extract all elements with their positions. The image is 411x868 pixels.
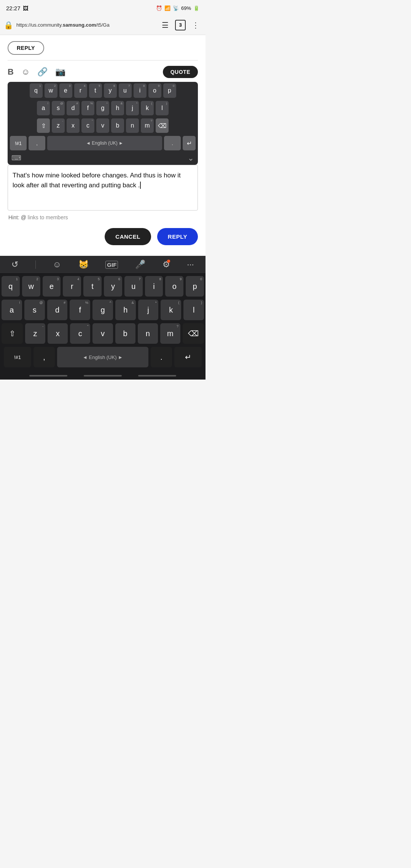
kb-key-v[interactable]: v <box>96 118 109 133</box>
kb-tool-gif[interactable]: GIF <box>105 261 118 269</box>
mkey-l[interactable]: )l <box>183 300 204 320</box>
kb-dot-key[interactable]: . <box>164 136 181 150</box>
divider <box>8 60 198 61</box>
nav-indicator <box>0 372 206 380</box>
kb-key-a[interactable]: !a <box>37 101 50 115</box>
kb-key-r[interactable]: 4r <box>74 83 87 98</box>
camera-icon[interactable]: 📷 <box>55 67 65 77</box>
kb-shift-key[interactable]: ⇧ <box>37 118 50 133</box>
mkey-j[interactable]: *j <box>138 300 159 320</box>
mkey-d[interactable]: #d <box>47 300 68 320</box>
url-prefix: https://us.community. <box>16 22 63 28</box>
mkey-f[interactable]: %f <box>70 300 90 320</box>
reply-top-button[interactable]: REPLY <box>8 41 44 55</box>
url-bar[interactable]: https://us.community.samsung.com/t5/Ga <box>16 22 156 28</box>
mkey-t[interactable]: 5t <box>83 276 102 297</box>
kb-tool-emoji[interactable]: ☺ <box>53 260 61 270</box>
kb-key-o[interactable]: 9o <box>148 83 161 98</box>
kb-tool-sticker[interactable]: 😸 <box>78 260 89 270</box>
text-editor[interactable]: That's how mine looked before changes. A… <box>8 165 198 211</box>
reply-action-button[interactable]: REPLY <box>157 228 198 245</box>
main-kb-row-2: !a @s #d %f ^g &h *j (k )l <box>2 300 204 320</box>
kb-key-t[interactable]: 5t <box>89 83 102 98</box>
kb-grid-icon[interactable]: ⌨ <box>11 154 21 162</box>
mkey-q[interactable]: 1q <box>2 276 20 297</box>
mkey-u[interactable]: 7u <box>124 276 143 297</box>
mkey-h[interactable]: &h <box>115 300 136 320</box>
mkey-x[interactable]: x <box>48 323 68 344</box>
kb-key-z[interactable]: -z <box>52 118 65 133</box>
mkey-dot[interactable]: . <box>151 347 172 367</box>
hint-text: links to members <box>28 214 68 220</box>
mkey-b[interactable]: b <box>115 323 135 344</box>
kb-key-g[interactable]: ^g <box>96 101 109 115</box>
mkey-c[interactable]: "c <box>70 323 90 344</box>
mkey-a[interactable]: !a <box>2 300 22 320</box>
link-icon[interactable]: 🔗 <box>37 67 48 77</box>
kb-tool-mic[interactable]: 🎤 <box>135 260 145 270</box>
mkey-y[interactable]: 6y <box>104 276 122 297</box>
kb-space-key[interactable]: ◄ English (UK) ► <box>47 136 162 150</box>
reader-icon[interactable]: ☰ <box>159 19 171 31</box>
kb-key-x[interactable]: x <box>67 118 80 133</box>
kb-special-key[interactable]: !#1 <box>10 136 27 150</box>
mkey-g[interactable]: ^g <box>92 300 113 320</box>
kb-key-e[interactable]: 3e <box>59 83 72 98</box>
kb-key-s[interactable]: @s <box>52 101 65 115</box>
kb-key-b[interactable]: b <box>111 118 124 133</box>
tab-count-badge[interactable]: 3 <box>175 20 186 30</box>
mkey-z[interactable]: -z <box>25 323 45 344</box>
mkey-k[interactable]: (k <box>161 300 181 320</box>
mkey-r[interactable]: 4r <box>63 276 81 297</box>
browser-bar: 🔒 https://us.community.samsung.com/t5/Ga… <box>0 15 206 35</box>
mkey-e[interactable]: 3e <box>43 276 61 297</box>
kb-key-c[interactable]: "c <box>81 118 94 133</box>
kb-key-j[interactable]: *j <box>126 101 139 115</box>
main-kb-row-4: !#1 , ◄ English (UK) ► . ↵ <box>2 347 204 367</box>
quote-button[interactable]: QUOTE <box>163 66 198 78</box>
kb-key-n[interactable]: n <box>126 118 139 133</box>
mkey-n[interactable]: n <box>138 323 158 344</box>
browser-icons: ☰ 3 ⋮ <box>159 19 202 31</box>
mkey-backspace[interactable]: ⌫ <box>183 323 204 344</box>
mkey-shift[interactable]: ⇧ <box>2 323 23 344</box>
mkey-p[interactable]: 0p <box>186 276 204 297</box>
mkey-space[interactable]: ◄ English (UK) ► <box>57 347 148 367</box>
mkey-o[interactable]: 9o <box>165 276 183 297</box>
mkey-m[interactable]: ?m <box>160 323 180 344</box>
hint-row: Hint: @ links to members <box>8 211 198 220</box>
kb-key-q[interactable]: 1q <box>30 83 43 98</box>
kb-comma-key[interactable]: , <box>29 136 45 150</box>
mkey-special[interactable]: !#1 <box>4 347 31 367</box>
lock-icon: 🔒 <box>4 21 13 30</box>
mkey-enter[interactable]: ↵ <box>174 347 202 367</box>
mkey-i[interactable]: 8i <box>145 276 163 297</box>
kb-key-f[interactable]: %f <box>81 101 94 115</box>
cancel-button[interactable]: CANCEL <box>105 228 151 245</box>
status-bar: 22:27 🖼 ⏰ 📶 📡 69% 🔋 <box>0 0 206 15</box>
mkey-comma[interactable]: , <box>33 347 55 367</box>
mkey-v[interactable]: v <box>92 323 113 344</box>
kb-key-u[interactable]: 7u <box>119 83 132 98</box>
kb-key-p[interactable]: 0p <box>163 83 176 98</box>
mkey-s[interactable]: @s <box>24 300 45 320</box>
kb-tool-more[interactable]: ··· <box>187 260 194 270</box>
kb-key-i[interactable]: 8i <box>134 83 147 98</box>
hint-label: Hint: <box>8 214 19 220</box>
kb-key-m[interactable]: ?m <box>141 118 154 133</box>
kb-tool-settings[interactable]: ⚙ <box>162 260 170 270</box>
kb-tool-translate[interactable]: ↺ <box>11 260 18 270</box>
kb-backspace-key[interactable]: ⌫ <box>156 118 169 133</box>
kb-key-h[interactable]: &h <box>111 101 124 115</box>
kb-key-l[interactable]: )l <box>156 101 169 115</box>
emoji-icon[interactable]: ☺ <box>21 67 30 77</box>
bold-icon[interactable]: B <box>8 67 14 77</box>
kb-key-k[interactable]: (k <box>141 101 154 115</box>
mkey-w[interactable]: 2w <box>22 276 40 297</box>
kb-key-d[interactable]: #d <box>67 101 80 115</box>
kb-key-w[interactable]: 2w <box>45 83 57 98</box>
kb-enter-key[interactable]: ↵ <box>183 136 196 150</box>
kb-chevron-icon[interactable]: ⌄ <box>188 153 194 163</box>
more-menu-icon[interactable]: ⋮ <box>190 19 202 31</box>
kb-key-y[interactable]: 6y <box>104 83 117 98</box>
